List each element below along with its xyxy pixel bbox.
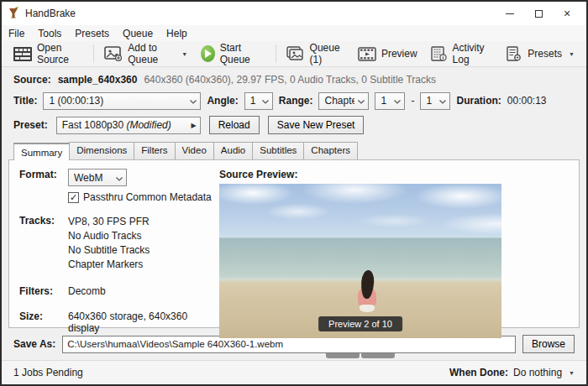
minimize-button[interactable] [496, 3, 524, 23]
handbrake-logo-icon [7, 7, 20, 20]
tab-audio[interactable]: Audio [213, 142, 253, 159]
filters-label: Filters: [19, 285, 68, 297]
tab-subtitles[interactable]: Subtitles [252, 142, 304, 159]
add-to-queue-button[interactable]: Add to Queue ▼ [97, 39, 194, 68]
duration-value: 00:00:13 [507, 95, 547, 107]
tab-dimensions[interactable]: Dimensions [69, 142, 134, 159]
angle-label: Angle: [207, 95, 238, 107]
chevron-down-icon [439, 95, 446, 107]
jobs-pending-status: 1 Jobs Pending [13, 367, 83, 378]
maximize-icon [535, 10, 543, 18]
add-to-queue-icon [104, 46, 123, 61]
window-title: HandBrake [25, 8, 76, 19]
chevron-down-icon [394, 95, 401, 107]
range-label: Range: [279, 95, 313, 107]
toolbar-separator [276, 44, 276, 63]
passthru-metadata-label: Passthru Common Metadata [83, 191, 212, 203]
presets-gear-icon [506, 46, 522, 61]
queue-stack-icon [286, 46, 305, 61]
menu-tools[interactable]: Tools [38, 28, 61, 39]
queue-button[interactable]: Queue (1) [280, 39, 351, 68]
when-done-select[interactable]: Do nothing [513, 367, 562, 378]
preset-label: Preset: [13, 119, 48, 131]
when-done-label: When Done: [449, 367, 508, 378]
tab-summary[interactable]: Summary [13, 143, 70, 160]
start-queue-button[interactable]: Start Queue [194, 39, 272, 68]
checkbox-checked-icon[interactable]: ✓ [68, 192, 79, 203]
preview-button[interactable]: Preview [351, 44, 424, 64]
title-select[interactable]: 1 (00:00:13) [43, 92, 201, 110]
save-new-preset-button[interactable]: Save New Preset [268, 116, 365, 134]
track-item: VP8, 30 FPS PFR [68, 215, 150, 229]
format-select[interactable]: WebM [68, 169, 127, 186]
activity-log-label: Activity Log [453, 42, 493, 65]
chevron-down-icon [116, 172, 123, 184]
range-start-select[interactable]: 1 [375, 92, 405, 110]
source-name: sample_640x360 [58, 74, 138, 86]
source-label: Source: [13, 74, 51, 86]
reload-button[interactable]: Reload [209, 116, 260, 134]
queue-label: Queue (1) [310, 42, 344, 65]
tab-bar: Summary Dimensions Filters Video Audio S… [8, 142, 580, 159]
activity-log-button[interactable]: Activity Log [424, 39, 500, 68]
preview-count-badge: Preview 2 of 10 [318, 316, 402, 331]
play-icon [201, 45, 215, 62]
settings-tabs-container: Summary Dimensions Filters Video Audio S… [8, 142, 580, 328]
duration-label: Duration: [456, 95, 501, 107]
film-source-icon [13, 47, 32, 61]
size-value: 640x360 storage, 640x360 display [68, 310, 219, 334]
format-label: Format: [19, 169, 68, 186]
summary-left-column: Format: WebM ✓ Passthru Common Metadata … [19, 169, 219, 319]
track-item: No Subtitle Tracks [68, 243, 150, 258]
status-bar: 1 Jobs Pending When Done: Do nothing ▼ [2, 360, 586, 384]
tab-video[interactable]: Video [175, 142, 214, 159]
source-info-row: Source: sample_640x360 640x360 (640x360)… [2, 72, 586, 87]
person-on-beach [354, 270, 380, 319]
close-button[interactable]: × [553, 3, 581, 23]
summary-panel: Format: WebM ✓ Passthru Common Metadata … [8, 159, 580, 328]
menu-presets[interactable]: Presets [75, 28, 109, 39]
preset-modified-flag: (Modified) [126, 119, 171, 131]
source-details: 640x360 (640x360), 29.97 FPS, 0 Audio Tr… [144, 74, 436, 86]
minimize-icon [506, 13, 514, 14]
chevron-down-icon [262, 95, 269, 107]
chevron-down-icon: ▼ [569, 51, 575, 57]
size-label: Size: [19, 310, 68, 334]
track-item: No Audio Tracks [68, 229, 150, 243]
activity-log-icon [431, 46, 448, 61]
source-preview-label: Source Preview: [219, 169, 569, 180]
presets-button[interactable]: Presets ▼ [499, 44, 581, 64]
range-end-select[interactable]: 1 [420, 92, 450, 110]
tracks-list: VP8, 30 FPS PFR No Audio Tracks No Subti… [68, 215, 150, 272]
tab-filters[interactable]: Filters [134, 142, 175, 159]
add-to-queue-label: Add to Queue [128, 42, 175, 65]
preset-select[interactable]: Fast 1080p30 (Modified) ▶ [56, 117, 201, 134]
chevron-right-icon: ▶ [192, 122, 197, 129]
browse-button[interactable]: Browse [522, 335, 575, 353]
passthru-metadata-option[interactable]: ✓ Passthru Common Metadata [68, 191, 219, 203]
save-as-label: Save As: [13, 338, 55, 350]
title-label: Title: [13, 95, 37, 107]
open-source-label: Open Source [37, 42, 83, 65]
track-item: Chapter Markers [68, 258, 150, 272]
tab-chapters[interactable]: Chapters [303, 142, 358, 159]
menu-help[interactable]: Help [166, 28, 187, 39]
range-type-select[interactable]: Chapters [318, 92, 369, 110]
preview-image: Preview 2 of 10 [219, 184, 501, 338]
when-done-control: When Done: Do nothing ▼ [449, 367, 575, 378]
chevron-down-icon [190, 95, 197, 107]
film-preview-icon [358, 47, 376, 61]
filters-value: Decomb [68, 285, 106, 297]
chevron-down-icon[interactable]: ▼ [569, 370, 575, 376]
menu-file[interactable]: File [8, 28, 24, 39]
source-preview-section: Source Preview: Preview 2 of 10 < > [219, 169, 569, 319]
toolbar: Open Source Add to Queue ▼ Start Queue Q… [2, 41, 586, 67]
start-queue-label: Start Queue [220, 42, 265, 65]
chevron-down-icon: ▼ [181, 51, 187, 57]
maximize-button[interactable] [524, 3, 553, 23]
angle-select[interactable]: 1 [244, 92, 273, 110]
handbrake-window: HandBrake × File Tools Presets Queue Hel… [0, 0, 588, 386]
menu-queue[interactable]: Queue [123, 28, 153, 39]
open-source-button[interactable]: Open Source [7, 39, 90, 68]
range-dash: - [411, 95, 414, 107]
